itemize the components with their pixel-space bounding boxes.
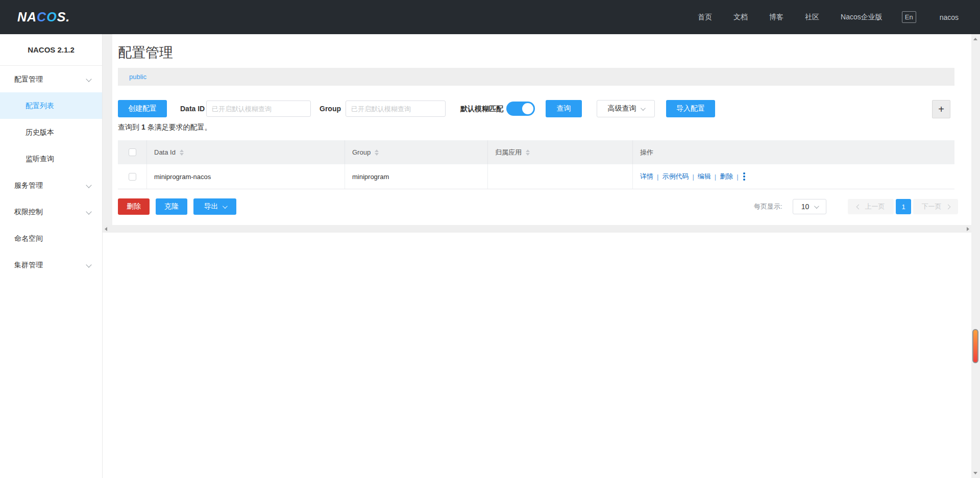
query-result-summary: 查询到 1 条满足要求的配置。 xyxy=(118,123,212,132)
footer-action-bar: 删除 克隆 导出 每页显示: 10 上一页 1 下一页 xyxy=(112,198,971,216)
vertical-scrollbar-thumb[interactable] xyxy=(972,329,978,363)
page-title: 配置管理 xyxy=(118,43,173,62)
cell-operations: 详情 | 示例代码 | 编辑 | 删除 | xyxy=(633,164,954,189)
chevron-down-icon xyxy=(86,262,91,267)
sidebar-item-label: 配置管理 xyxy=(14,75,43,83)
dataid-label: Data ID xyxy=(180,100,205,117)
sidebar-item-namespace[interactable]: 命名空间 xyxy=(0,225,102,251)
cell-application xyxy=(488,164,633,189)
link-separator: | xyxy=(692,173,694,181)
export-button[interactable]: 导出 xyxy=(193,198,236,215)
link-separator: | xyxy=(715,173,716,181)
nav-item-blog[interactable]: 博客 xyxy=(769,13,783,22)
column-label: 操作 xyxy=(640,148,653,157)
table-header-row: Data Id Group 归属应用 操作 xyxy=(118,140,954,164)
scroll-down-arrow-icon[interactable] xyxy=(973,472,977,474)
scroll-right-arrow-icon[interactable] xyxy=(967,227,969,231)
page-size-value: 10 xyxy=(801,203,810,211)
import-config-button[interactable]: 导入配置 xyxy=(666,100,715,117)
page-size-label: 每页显示: xyxy=(754,198,782,215)
sidebar-item-label: 历史版本 xyxy=(26,128,54,136)
delete-link[interactable]: 删除 xyxy=(720,172,733,181)
sample-code-link[interactable]: 示例代码 xyxy=(662,172,689,181)
sort-arrows-icon[interactable] xyxy=(526,149,530,156)
nacos-logo[interactable]: NACOS. xyxy=(17,10,70,24)
dataid-input[interactable] xyxy=(206,100,311,117)
column-label: Data Id xyxy=(154,148,176,156)
sidebar-item-listening-query[interactable]: 监听查询 xyxy=(0,145,102,172)
toggle-knob xyxy=(522,103,533,114)
sidebar-item-service-management[interactable]: 服务管理 xyxy=(0,172,102,198)
fuzzy-match-label: 默认模糊匹配 xyxy=(460,100,503,117)
sidebar-item-history-versions[interactable]: 历史版本 xyxy=(0,119,102,145)
prev-page-button[interactable]: 上一页 xyxy=(848,199,894,214)
sidebar-item-cluster-management[interactable]: 集群管理 xyxy=(0,251,102,278)
search-button[interactable]: 查询 xyxy=(546,100,582,117)
top-nav-menu: 首页 文档 博客 社区 Nacos企业版 En nacos xyxy=(676,11,959,23)
sort-arrows-icon[interactable] xyxy=(375,149,379,156)
scroll-up-arrow-icon[interactable] xyxy=(973,38,977,40)
config-table: Data Id Group 归属应用 操作 m xyxy=(118,140,954,189)
header-checkbox-cell xyxy=(118,140,147,164)
delete-button[interactable]: 删除 xyxy=(118,198,150,215)
row-checkbox[interactable] xyxy=(129,173,136,181)
row-checkbox-cell xyxy=(118,164,147,189)
header-application: 归属应用 xyxy=(488,140,633,164)
chevron-down-icon xyxy=(640,106,645,111)
sidebar-item-label: 服务管理 xyxy=(14,181,43,189)
sidebar-scrollbar-track[interactable] xyxy=(103,34,112,233)
sort-arrows-icon[interactable] xyxy=(180,149,184,156)
sidebar-item-label: 配置列表 xyxy=(26,102,54,110)
sidebar-item-permission-control[interactable]: 权限控制 xyxy=(0,198,102,225)
sidebar-item-config-management[interactable]: 配置管理 xyxy=(0,66,102,92)
select-all-checkbox[interactable] xyxy=(129,148,136,156)
group-input[interactable] xyxy=(346,100,446,117)
sidebar-item-config-list[interactable]: 配置列表 xyxy=(0,92,102,119)
advanced-query-button[interactable]: 高级查询 xyxy=(597,100,655,117)
add-config-button[interactable]: + xyxy=(932,100,950,118)
clone-button[interactable]: 克隆 xyxy=(156,198,187,215)
nav-item-home[interactable]: 首页 xyxy=(698,13,712,22)
horizontal-scrollbar[interactable] xyxy=(103,225,971,233)
current-user[interactable]: nacos xyxy=(940,13,959,21)
next-page-button[interactable]: 下一页 xyxy=(913,199,958,214)
toolbar: 创建配置 Data ID Group 默认模糊匹配 查询 高级查询 导入配置 + xyxy=(112,100,971,118)
nav-item-docs[interactable]: 文档 xyxy=(733,13,748,22)
prev-page-label: 上一页 xyxy=(865,202,885,211)
more-actions-icon[interactable] xyxy=(743,172,745,181)
next-page-label: 下一页 xyxy=(922,202,942,211)
chevron-down-icon xyxy=(86,76,91,82)
chevron-down-icon xyxy=(814,204,819,209)
scroll-left-arrow-icon[interactable] xyxy=(105,227,107,231)
link-separator: | xyxy=(657,173,658,181)
advanced-query-label: 高级查询 xyxy=(608,104,636,113)
fuzzy-match-toggle[interactable] xyxy=(506,102,535,116)
link-separator: | xyxy=(737,173,738,181)
result-suffix: 条满足要求的配置。 xyxy=(145,123,212,131)
version-label: NACOS 2.1.2 xyxy=(0,34,102,66)
create-config-button[interactable]: 创建配置 xyxy=(118,100,167,117)
vertical-scrollbar[interactable] xyxy=(971,34,980,478)
logo-part: C xyxy=(37,10,46,24)
header-group: Group xyxy=(345,140,488,164)
logo-part: O xyxy=(46,10,57,24)
chevron-down-icon xyxy=(86,209,91,214)
nav-item-enterprise[interactable]: Nacos企业版 xyxy=(841,13,883,22)
sidebar-item-label: 命名空间 xyxy=(14,234,43,242)
logo-part: S. xyxy=(57,10,70,24)
chevron-right-icon xyxy=(945,204,950,209)
detail-link[interactable]: 详情 xyxy=(640,172,653,181)
edit-link[interactable]: 编辑 xyxy=(698,172,711,181)
namespace-tab-public[interactable]: public xyxy=(129,68,146,86)
chevron-down-icon xyxy=(86,182,91,188)
language-switch-button[interactable]: En xyxy=(902,11,916,23)
nacos-console: NACOS. 首页 文档 博客 社区 Nacos企业版 En nacos NAC… xyxy=(0,0,980,478)
top-navbar: NACOS. 首页 文档 博客 社区 Nacos企业版 En nacos xyxy=(0,0,980,34)
nav-item-community[interactable]: 社区 xyxy=(805,13,819,22)
page-1-button[interactable]: 1 xyxy=(896,199,911,214)
chevron-down-icon xyxy=(222,204,227,209)
main-content: 配置管理 public 创建配置 Data ID Group 默认模糊匹配 查询… xyxy=(112,34,971,478)
plus-icon: + xyxy=(938,104,944,115)
page-size-select[interactable]: 10 xyxy=(793,199,826,214)
header-dataid: Data Id xyxy=(147,140,345,164)
